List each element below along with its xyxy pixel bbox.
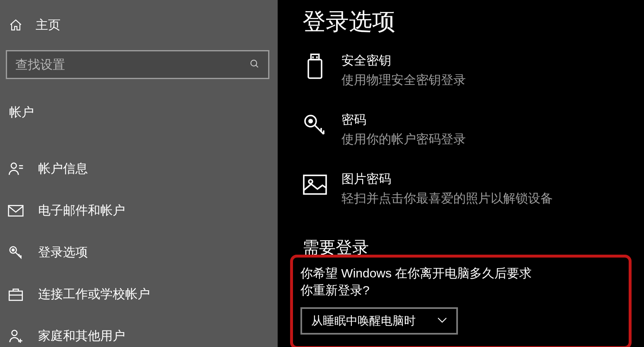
sidebar-item-label: 电子邮件和帐户 — [38, 202, 125, 219]
search-input[interactable] — [15, 58, 249, 72]
svg-point-0 — [251, 60, 257, 66]
search-box[interactable] — [6, 50, 269, 79]
option-title: 图片密码 — [341, 171, 553, 188]
highlight-annotation: 你希望 Windows 在你离开电脑多久后要求你重新登录? 从睡眠中唤醒电脑时 — [290, 255, 632, 347]
main-content: 登录选项 安全密钥 使用物理安全密钥登录 密码 使用你的帐户密码登录 — [278, 0, 644, 347]
option-title: 密码 — [341, 111, 466, 128]
sidebar-nav: 帐户信息 电子邮件和帐户 登录选项 — [0, 148, 278, 347]
option-title: 安全密钥 — [341, 52, 466, 69]
chevron-down-icon — [437, 317, 447, 325]
sidebar-item-work-school[interactable]: 连接工作或学校帐户 — [0, 273, 278, 315]
person-add-icon — [7, 328, 24, 345]
svg-rect-14 — [308, 60, 322, 78]
option-desc: 使用你的帐户密码登录 — [341, 131, 466, 148]
svg-point-2 — [11, 163, 17, 168]
sidebar-item-family[interactable]: 家庭和其他用户 — [0, 315, 278, 347]
sidebar-item-label: 登录选项 — [38, 244, 88, 261]
settings-sidebar: 主页 帐户 帐户信息 — [0, 0, 278, 347]
require-signin-question: 你希望 Windows 在你离开电脑多久后要求你重新登录? — [300, 265, 537, 299]
sidebar-item-account-info[interactable]: 帐户信息 — [0, 148, 278, 190]
svg-point-18 — [309, 120, 312, 123]
sidebar-item-email[interactable]: 电子邮件和帐户 — [0, 190, 278, 231]
briefcase-icon — [7, 286, 24, 303]
home-icon — [8, 18, 23, 33]
sidebar-item-signin-options[interactable]: 登录选项 — [0, 231, 278, 273]
option-desc: 使用物理安全密钥登录 — [341, 72, 466, 89]
sidebar-home-label: 主页 — [36, 17, 61, 34]
page-title: 登录选项 — [303, 6, 644, 38]
sidebar-item-label: 连接工作或学校帐户 — [38, 286, 150, 303]
person-icon — [7, 161, 24, 177]
sidebar-home[interactable]: 主页 — [0, 0, 278, 34]
svg-line-1 — [256, 65, 258, 67]
mail-icon — [7, 202, 24, 219]
signin-option-security-key[interactable]: 安全密钥 使用物理安全密钥登录 — [303, 52, 644, 89]
svg-point-20 — [309, 180, 312, 183]
search-icon — [249, 58, 260, 71]
usb-icon — [303, 54, 327, 79]
option-desc: 轻扫并点击你最喜爱的照片以解锁设备 — [341, 190, 553, 207]
require-signin-dropdown[interactable]: 从睡眠中唤醒电脑时 — [300, 307, 458, 335]
signin-option-password[interactable]: 密码 使用你的帐户密码登录 — [303, 111, 644, 148]
sidebar-item-label: 帐户信息 — [38, 160, 88, 177]
key-large-icon — [303, 113, 327, 138]
sidebar-item-label: 家庭和其他用户 — [38, 328, 125, 345]
svg-rect-5 — [9, 205, 23, 216]
svg-rect-8 — [9, 291, 22, 300]
key-icon — [7, 244, 24, 261]
svg-point-7 — [12, 249, 14, 251]
signin-option-picture-password[interactable]: 图片密码 轻扫并点击你最喜爱的照片以解锁设备 — [303, 171, 644, 207]
picture-icon — [303, 172, 327, 197]
dropdown-selected-label: 从睡眠中唤醒电脑时 — [311, 313, 416, 329]
sidebar-category-label: 帐户 — [0, 79, 278, 121]
svg-point-10 — [12, 330, 17, 335]
svg-rect-13 — [311, 54, 319, 60]
